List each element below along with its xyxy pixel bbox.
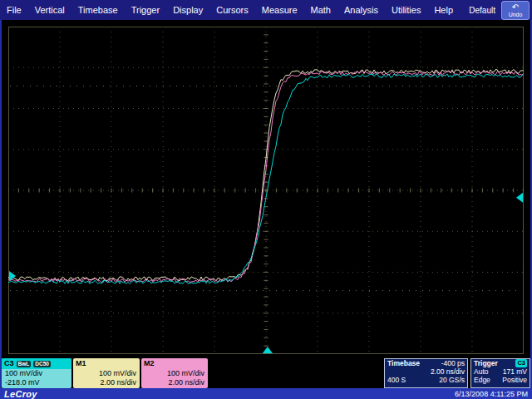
trigger-source-badge: C3: [515, 359, 527, 367]
m2-header: M2: [141, 358, 208, 369]
m1-volts-per-div: 100 mV/div: [73, 369, 140, 378]
trigger-level: 171 mV: [503, 367, 527, 376]
date-time: 6/13/2008 4:11:25 PM: [455, 390, 528, 398]
trigger-row-1: Trigger C3: [471, 359, 530, 367]
timebase-samples: 400 S: [387, 376, 406, 384]
menu-item-measure[interactable]: Measure: [255, 5, 304, 15]
menu-item-timebase[interactable]: Timebase: [71, 5, 125, 15]
timebase-title: Timebase: [387, 359, 420, 367]
c3-label: C3: [4, 359, 14, 368]
m2-volts-per-div: 100 mV/div: [141, 369, 208, 378]
trigger-level-marker[interactable]: [516, 193, 523, 203]
c3-coupling-badge: DC50: [33, 361, 51, 367]
undo-button[interactable]: ↶ Undo: [501, 1, 530, 20]
trace-m1: [8, 70, 524, 281]
menu-item-utilities[interactable]: Utilities: [385, 5, 427, 15]
menu-item-help[interactable]: Help: [427, 5, 460, 15]
m1-header: M1: [73, 358, 140, 369]
m2-label: M2: [144, 359, 155, 368]
menu-item-display[interactable]: Display: [166, 5, 209, 15]
m1-time-per-div: 2.00 ns/div: [73, 378, 140, 387]
trigger-title: Trigger: [474, 359, 498, 367]
channel-descriptor-m2[interactable]: M2 100 mV/div 2.00 ns/div: [141, 358, 208, 388]
screen-frame-left: [0, 20, 2, 388]
timebase-row-1: Timebase -400 ps: [385, 359, 467, 367]
menu-bar: File Vertical Timebase Trigger Display C…: [0, 0, 532, 20]
lecroy-logo: LeCroy: [4, 389, 37, 399]
menu-item-vertical[interactable]: Vertical: [28, 5, 71, 15]
menu-item-analysis[interactable]: Analysis: [337, 5, 385, 15]
menu-item-trigger[interactable]: Trigger: [125, 5, 166, 15]
menu-item-file[interactable]: File: [0, 5, 28, 15]
menu-right-group: Default ↶ Undo: [469, 1, 532, 20]
trigger-type: Edge: [474, 376, 490, 384]
default-setup-button[interactable]: Default: [469, 6, 495, 15]
trace-c3: [8, 74, 524, 284]
undo-icon: ↶: [512, 3, 519, 12]
trigger-row-2: Auto 171 mV: [471, 367, 530, 376]
trigger-mode: Auto: [474, 367, 489, 376]
m1-label: M1: [76, 359, 86, 368]
trigger-time-marker[interactable]: [263, 347, 273, 353]
menu-item-math[interactable]: Math: [304, 5, 337, 15]
timebase-descriptor[interactable]: Timebase -400 ps 2.00 ns/div 400 S 20 GS…: [384, 358, 468, 388]
c3-header: C3 BwL DC50: [2, 358, 71, 369]
c3-bandwidth-limit-badge: BwL: [17, 361, 32, 367]
menu-item-cursors[interactable]: Cursors: [209, 5, 255, 15]
timebase-row-2: 2.00 ns/div: [385, 367, 467, 376]
trigger-slope: Positive: [502, 376, 527, 384]
timebase-per-div: 2.00 ns/div: [431, 367, 465, 376]
trigger-descriptor[interactable]: Trigger C3 Auto 171 mV Edge Positive: [470, 358, 530, 388]
timebase-row-3: 400 S 20 GS/s: [385, 376, 467, 384]
undo-label: Undo: [509, 12, 523, 17]
channel-descriptor-c3[interactable]: C3 BwL DC50 100 mV/div -218.0 mV: [2, 358, 71, 388]
c3-offset: -218.0 mV: [2, 378, 71, 387]
c3-volts-per-div: 100 mV/div: [2, 369, 71, 378]
m2-time-per-div: 2.00 ns/div: [141, 378, 208, 387]
timebase-delay: -400 ps: [441, 359, 465, 367]
waveform-display-grid[interactable]: [8, 27, 524, 354]
timebase-sample-rate: 20 GS/s: [439, 376, 465, 384]
trigger-row-3: Edge Positive: [471, 376, 530, 384]
channel-descriptor-m1[interactable]: M1 100 mV/div 2.00 ns/div: [73, 358, 140, 388]
footer-bar: LeCroy 6/13/2008 4:11:25 PM: [0, 388, 532, 399]
